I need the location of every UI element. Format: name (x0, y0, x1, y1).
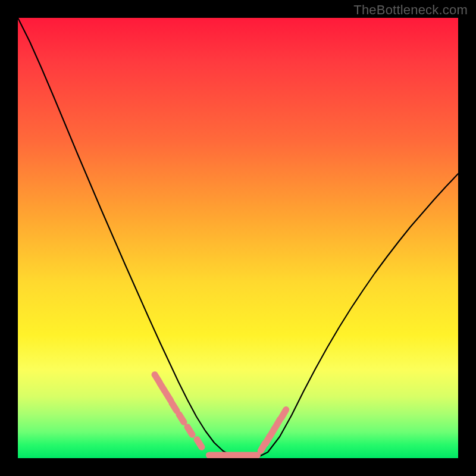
marker-flat (206, 452, 261, 459)
svg-rect-11 (277, 405, 291, 422)
marker-pill (183, 422, 196, 439)
curve-svg (18, 18, 458, 458)
marker-pill (277, 405, 291, 422)
main-curve (18, 18, 458, 458)
marker-pill (192, 435, 206, 452)
chart-frame: TheBottleneck.com (0, 0, 476, 476)
plot-area (18, 18, 458, 458)
watermark-label: TheBottleneck.com (353, 2, 468, 18)
svg-rect-6 (192, 435, 206, 452)
svg-rect-5 (183, 422, 196, 439)
